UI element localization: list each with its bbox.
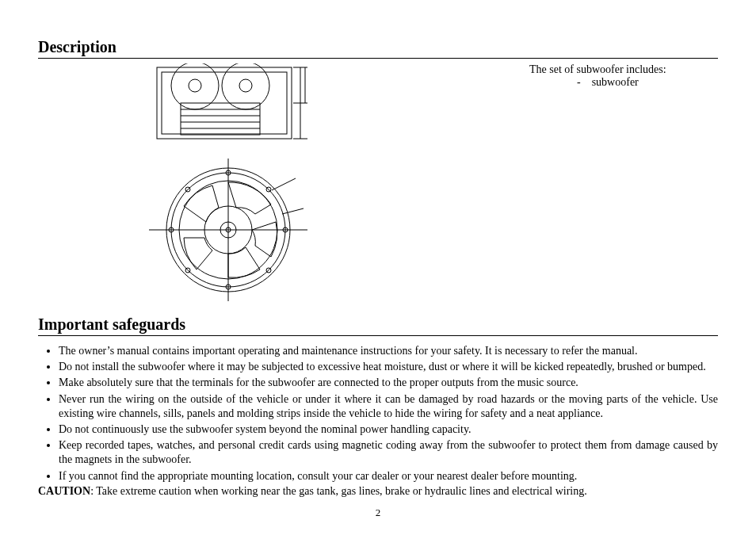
svg-point-3 [189, 79, 201, 92]
safeguards-rule [38, 335, 718, 336]
description-rule [38, 58, 718, 59]
subwoofer-front-diagram [149, 159, 307, 301]
list-item: If you cannot find the appropriate mount… [59, 469, 718, 483]
list-item: Do not continuously use the subwoofer sy… [59, 422, 718, 437]
list-item: The owner’s manual contains important op… [59, 344, 718, 358]
safeguards-heading: Important safeguards [38, 315, 718, 334]
includes-item: - subwoofer [529, 76, 718, 89]
svg-rect-6 [181, 103, 260, 135]
svg-line-32 [272, 178, 296, 190]
svg-line-33 [282, 208, 304, 214]
caution-text: : Take extreme caution when working near… [90, 485, 587, 497]
subwoofer-enclosure-diagram [149, 63, 323, 151]
page: Description [0, 0, 756, 535]
svg-point-5 [239, 79, 252, 92]
description-heading: Description [38, 38, 718, 56]
diagram-column [38, 63, 466, 301]
list-item: Keep recorded tapes, watches, and person… [59, 438, 718, 467]
list-item: Never run the wiring on the outside of t… [59, 392, 718, 421]
list-item: Make absolutely sure that the terminals … [59, 376, 718, 390]
svg-point-4 [222, 63, 269, 109]
page-number: 2 [0, 506, 756, 519]
includes-line: The set of subwoofer includes: [529, 63, 718, 76]
includes-item-dash: - [577, 76, 581, 88]
list-item: Do not install the subwoofer where it ma… [59, 360, 718, 374]
svg-point-2 [171, 63, 219, 109]
description-row: The set of subwoofer includes: - subwoof… [38, 63, 718, 301]
caution-line: CAUTION: Take extreme caution when worki… [38, 485, 718, 498]
includes-item-text: subwoofer [592, 76, 639, 88]
description-text-column: The set of subwoofer includes: - subwoof… [466, 63, 718, 89]
caution-label: CAUTION [38, 485, 90, 497]
safeguards-list: The owner’s manual contains important op… [38, 344, 718, 483]
